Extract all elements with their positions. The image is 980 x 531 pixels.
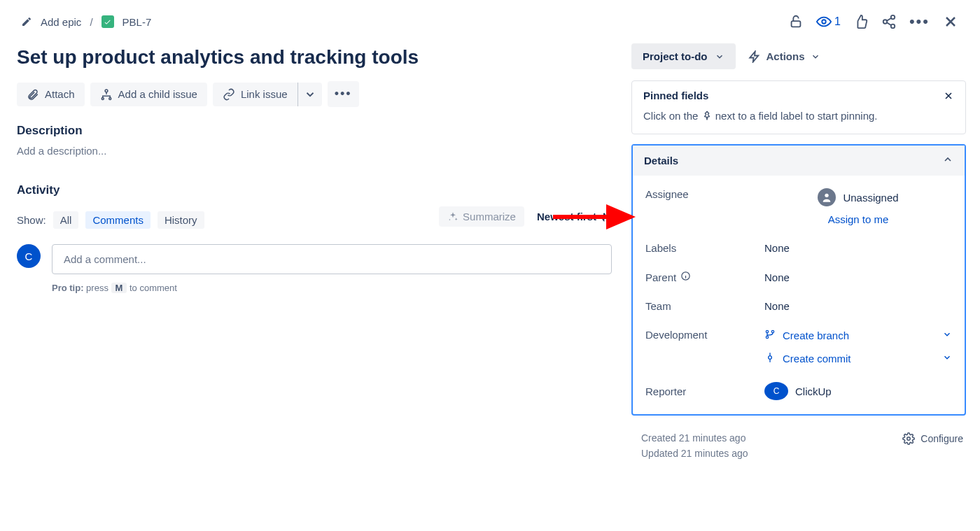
- chevron-down-icon: [942, 330, 952, 341]
- watch-count: 1: [834, 15, 841, 28]
- link-issue-label: Link issue: [241, 88, 288, 100]
- commit-icon: [764, 352, 776, 365]
- link-issue-button[interactable]: Link issue: [213, 83, 298, 106]
- activity-section: Activity Show: All Comments History Summ…: [17, 183, 612, 293]
- svg-rect-0: [792, 21, 801, 27]
- assignee-row: Assignee Unassigned Assign to me: [633, 180, 965, 234]
- more-icon[interactable]: •••: [909, 13, 930, 31]
- sort-button[interactable]: Newest first: [537, 211, 612, 222]
- add-child-button[interactable]: Add a child issue: [90, 83, 207, 106]
- svg-point-11: [771, 330, 774, 332]
- description-heading: Description: [17, 124, 612, 138]
- activity-tabs: Show: All Comments History: [17, 211, 204, 229]
- team-value[interactable]: None: [764, 300, 952, 312]
- add-child-label: Add a child issue: [118, 88, 197, 100]
- top-icon-bar: 1 •••: [788, 13, 959, 31]
- development-row: Development Create branch: [633, 320, 965, 374]
- labels-row: Labels None: [633, 234, 965, 262]
- pin-icon: [701, 111, 713, 124]
- branch-icon: [764, 329, 776, 342]
- edit-icon[interactable]: [21, 16, 32, 27]
- svg-point-2: [891, 15, 895, 20]
- more-actions-button[interactable]: •••: [328, 81, 359, 107]
- add-epic-link[interactable]: Add epic: [41, 16, 81, 28]
- activity-heading: Activity: [17, 183, 612, 197]
- configure-button[interactable]: Configure: [902, 432, 963, 445]
- issue-title[interactable]: Set up product analytics and tracking to…: [17, 46, 612, 69]
- current-user-avatar: c: [17, 244, 41, 268]
- issue-key-link[interactable]: PBL-7: [122, 16, 152, 28]
- breadcrumb-separator: /: [90, 16, 92, 28]
- show-label: Show:: [17, 214, 46, 226]
- summarize-button[interactable]: Summarize: [439, 206, 524, 227]
- sort-label: Newest first: [537, 211, 596, 222]
- chevron-down-icon: [942, 353, 952, 364]
- link-issue-group: Link issue: [213, 83, 322, 106]
- svg-point-10: [766, 330, 768, 332]
- lock-open-icon[interactable]: [788, 14, 804, 29]
- labels-label: Labels: [645, 242, 764, 254]
- actions-label: Actions: [766, 50, 805, 62]
- svg-point-1: [822, 20, 826, 24]
- tab-history[interactable]: History: [158, 211, 204, 229]
- info-icon[interactable]: [680, 271, 691, 283]
- link-issue-dropdown[interactable]: [298, 83, 322, 106]
- create-commit-button[interactable]: Create commit: [764, 352, 952, 365]
- pro-tip-prefix: Pro tip:: [52, 283, 84, 293]
- reporter-avatar: c: [764, 382, 788, 400]
- comment-input[interactable]: Add a comment...: [52, 244, 612, 274]
- pro-tip: Pro tip: press M to comment: [52, 283, 612, 293]
- assign-to-me-link[interactable]: Assign to me: [828, 213, 889, 225]
- svg-point-14: [907, 437, 911, 441]
- parent-value[interactable]: None: [764, 271, 952, 283]
- description-placeholder[interactable]: Add a description...: [17, 145, 612, 157]
- meta-footer: Created 21 minutes ago Updated 21 minute…: [631, 425, 966, 459]
- watch-button[interactable]: 1: [816, 14, 841, 29]
- status-dropdown[interactable]: Project to-do: [631, 43, 736, 69]
- issue-type-icon: [102, 15, 114, 28]
- parent-row: Parent None: [633, 262, 965, 292]
- svg-point-8: [825, 194, 829, 197]
- close-icon[interactable]: [942, 13, 959, 30]
- svg-point-6: [102, 97, 104, 99]
- development-label: Development: [645, 329, 764, 341]
- svg-point-4: [891, 24, 895, 28]
- actions-dropdown[interactable]: Actions: [748, 50, 820, 63]
- pinned-fields-title: Pinned fields: [643, 90, 708, 101]
- details-title: Details: [644, 155, 678, 167]
- chevron-up-icon: [942, 154, 953, 167]
- svg-point-3: [883, 20, 888, 24]
- tab-comments[interactable]: Comments: [85, 211, 150, 229]
- share-icon[interactable]: [881, 14, 897, 29]
- svg-point-13: [769, 356, 772, 360]
- configure-label: Configure: [920, 433, 963, 444]
- thumbs-up-icon[interactable]: [853, 14, 869, 29]
- create-branch-button[interactable]: Create branch: [764, 329, 952, 342]
- svg-point-12: [766, 336, 768, 338]
- pinned-fields-panel: Pinned fields Click on the next to a fie…: [631, 80, 966, 134]
- updated-timestamp: Updated 21 minutes ago: [641, 448, 748, 459]
- summarize-label: Summarize: [463, 211, 516, 222]
- person-icon: [818, 188, 836, 206]
- svg-point-7: [108, 97, 111, 99]
- parent-label: Parent: [645, 271, 764, 283]
- team-label: Team: [645, 300, 764, 312]
- key-m: M: [111, 283, 127, 293]
- reporter-row: Reporter c ClickUp: [633, 374, 965, 409]
- created-timestamp: Created 21 minutes ago: [641, 432, 748, 444]
- attach-label: Attach: [45, 88, 75, 100]
- team-row: Team None: [633, 292, 965, 320]
- breadcrumb: Add epic / PBL-7: [21, 15, 151, 28]
- details-header[interactable]: Details: [633, 146, 965, 176]
- attach-button[interactable]: Attach: [17, 83, 85, 106]
- assignee-label: Assignee: [645, 188, 764, 200]
- action-bar: Attach Add a child issue Link issue •••: [17, 81, 612, 107]
- reporter-value[interactable]: c ClickUp: [764, 382, 952, 400]
- pinned-fields-hint: Click on the next to a field label to st…: [632, 110, 965, 134]
- close-pinned-icon[interactable]: [943, 90, 954, 101]
- labels-value[interactable]: None: [764, 242, 952, 254]
- tab-all[interactable]: All: [53, 211, 79, 229]
- reporter-label: Reporter: [645, 385, 764, 397]
- svg-point-5: [105, 89, 108, 92]
- assignee-value[interactable]: Unassigned: [818, 188, 898, 206]
